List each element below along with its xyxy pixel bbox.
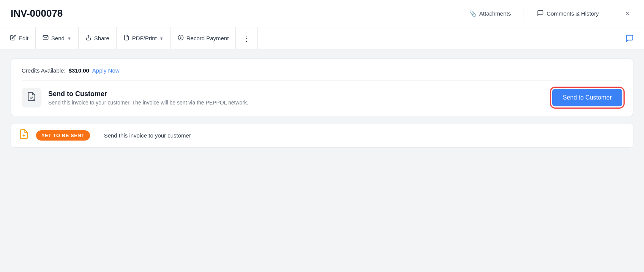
record-payment-label: Record Payment	[186, 35, 229, 41]
header-divider-1	[524, 9, 524, 18]
header: INV-000078 📎 Attachments Comments & Hist…	[0, 0, 644, 27]
send-button[interactable]: Send ▼	[36, 27, 79, 49]
send-doc-icon-box	[22, 88, 41, 108]
edit-button[interactable]: Edit	[3, 27, 36, 49]
credits-label: Credits Available:	[22, 67, 66, 74]
share-icon	[85, 35, 92, 42]
comment-sidebar-button[interactable]	[623, 32, 636, 45]
send-icon	[43, 35, 49, 42]
more-icon: ⋮	[243, 34, 251, 43]
close-button[interactable]: ×	[621, 8, 633, 20]
record-payment-button[interactable]: Record Payment	[171, 27, 236, 49]
main-content: Credits Available: $310.00 Apply Now	[0, 49, 644, 272]
paperclip-icon: 📎	[469, 10, 477, 17]
status-bar: YET TO BE SENT Send this invoice to your…	[11, 123, 633, 148]
send-title: Send to Customer	[48, 90, 248, 98]
status-text: Send this invoice to your customer	[104, 132, 191, 139]
send-left: Send to Customer Send this invoice to yo…	[22, 88, 248, 108]
header-actions: 📎 Attachments Comments & History ×	[466, 7, 633, 20]
status-badge: YET TO BE SENT	[36, 130, 90, 141]
attachments-label: Attachments	[479, 10, 511, 17]
send-doc-icon	[27, 92, 36, 104]
apply-now-link[interactable]: Apply Now	[92, 67, 120, 74]
send-caret-icon: ▼	[67, 36, 71, 41]
pdf-caret-icon: ▼	[159, 36, 164, 41]
send-description: Send this invoice to your customer. The …	[48, 100, 248, 106]
attachments-button[interactable]: 📎 Attachments	[466, 8, 515, 19]
send-card: Credits Available: $310.00 Apply Now	[11, 59, 633, 116]
pdf-icon	[123, 35, 129, 42]
more-button[interactable]: ⋮	[236, 27, 258, 49]
toolbar-right	[623, 32, 641, 45]
send-section: Send to Customer Send this invoice to yo…	[22, 81, 622, 108]
pdf-print-button[interactable]: PDF/Print ▼	[117, 27, 171, 49]
pdf-print-label: PDF/Print	[132, 35, 157, 41]
credits-amount: $310.00	[69, 67, 89, 74]
send-to-customer-button[interactable]: Send to Customer	[552, 89, 622, 106]
share-button[interactable]: Share	[79, 27, 117, 49]
edit-label: Edit	[19, 35, 28, 41]
credits-row: Credits Available: $310.00 Apply Now	[22, 67, 622, 81]
toolbar: Edit Send ▼ Share PDF/Print	[0, 27, 644, 49]
comments-history-button[interactable]: Comments & History	[533, 7, 603, 20]
header-divider-2	[612, 9, 612, 18]
edit-icon	[10, 35, 16, 42]
comments-label: Comments & History	[546, 10, 599, 17]
payment-icon	[178, 35, 184, 42]
send-label: Send	[51, 35, 65, 41]
send-text: Send to Customer Send this invoice to yo…	[48, 90, 248, 106]
status-doc-icon	[19, 129, 29, 142]
close-icon: ×	[625, 9, 630, 18]
status-divider	[97, 130, 97, 141]
share-label: Share	[94, 35, 109, 41]
invoice-title: INV-000078	[11, 8, 63, 19]
comment-icon	[537, 9, 544, 17]
